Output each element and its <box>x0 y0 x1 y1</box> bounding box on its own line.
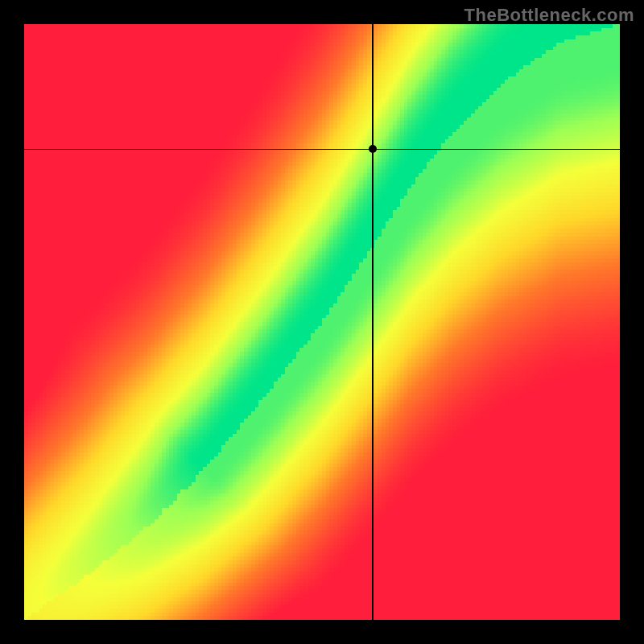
bottleneck-heatmap <box>24 24 620 620</box>
chart-container: TheBottleneck.com <box>0 0 644 644</box>
crosshair-vertical <box>372 24 374 620</box>
selection-marker[interactable] <box>369 145 377 153</box>
crosshair-horizontal <box>24 149 620 151</box>
attribution-label: TheBottleneck.com <box>464 5 634 26</box>
